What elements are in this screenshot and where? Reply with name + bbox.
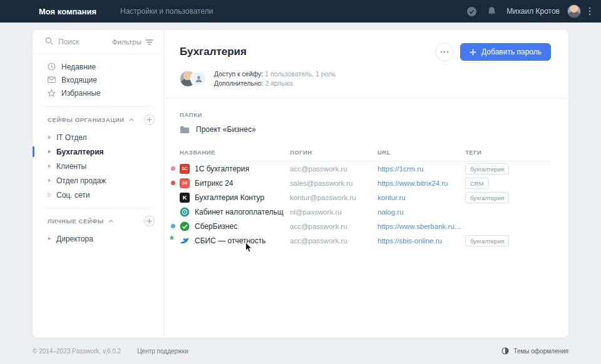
triangle-right-icon [48, 149, 51, 154]
tag-pill: бухгалтерия [465, 192, 509, 203]
access-summary: Доступ к сейфу: 1 пользователь, 1 роль Д… [214, 69, 336, 88]
passwords-table: НАЗВАНИЕ ЛОГИН URL ТЕГИ 1С 1С бухгалтери… [180, 149, 551, 248]
password-login: kontur@passwork.ru [290, 194, 378, 201]
password-name: Битрикс 24 [195, 179, 234, 188]
safe-item-accounting[interactable]: Бухгалтерия [33, 144, 163, 159]
menu-label: Входящие [61, 76, 97, 84]
add-org-safe-button[interactable] [144, 114, 155, 125]
personal-safes-tree: Директора [33, 230, 163, 246]
color-marker [171, 181, 175, 185]
company-logo[interactable]: Моя компания [39, 7, 96, 16]
sbis-bird-icon [180, 236, 190, 246]
password-name: Бухгалтерия Контур [195, 193, 264, 202]
section-title: СЕЙФЫ ОРГАНИЗАЦИИ [48, 116, 125, 123]
add-personal-safe-button[interactable] [144, 216, 155, 226]
color-marker [171, 238, 175, 243]
safe-access-row: Доступ к сейфу: 1 пользователь, 1 роль Д… [180, 69, 551, 88]
tag-pill: бухгалтерия [465, 235, 509, 246]
password-url[interactable]: https://1crm.ru [378, 165, 465, 173]
password-login: acc@passwork.ru [290, 237, 378, 245]
safe-item-sales[interactable]: Отдел продаж [33, 173, 163, 188]
folder-item[interactable]: Проект «Бизнес» [180, 125, 256, 134]
search-row: Фильтры [33, 30, 163, 54]
support-link[interactable]: Центр поддержки [137, 348, 188, 355]
password-row[interactable]: 24 Битрикс 24 sales@passwork.ru https://… [180, 176, 551, 190]
chevron-up-icon[interactable] [108, 220, 113, 223]
sidebar: Фильтры Недавние Входящие Избранные [33, 30, 164, 338]
chevron-up-icon[interactable] [129, 118, 134, 121]
search-input[interactable] [58, 38, 102, 46]
safe-label: Бухгалтерия [56, 148, 104, 156]
filters-button[interactable]: Фильтры [112, 38, 153, 46]
sidebar-item-inbox[interactable]: Входящие [33, 73, 163, 86]
users-icon[interactable] [190, 71, 207, 87]
password-url[interactable]: kontur.ru [378, 194, 465, 201]
folder-icon [180, 126, 190, 134]
access-value: 1 пользователь, 1 роль [265, 70, 336, 78]
safe-item-social[interactable]: Соц. сети [33, 188, 163, 202]
user-avatar[interactable] [567, 4, 581, 18]
triangle-right-icon [48, 135, 51, 139]
more-actions-button[interactable] [435, 43, 454, 61]
nalog-icon [180, 207, 190, 217]
password-url[interactable]: https://www.sberbank.ru… [378, 223, 465, 230]
plus-icon [470, 49, 476, 56]
folders-section: ПАПКИ Проект «Бизнес» [180, 111, 551, 134]
triangle-right-icon [48, 193, 51, 197]
bitrix24-icon: 24 [180, 178, 190, 188]
1c-icon: 1С [180, 164, 190, 174]
page-title: Бухгалтерия [180, 46, 247, 58]
password-url[interactable]: https://www.bitrix24.ru [378, 179, 465, 187]
mail-icon [48, 76, 56, 83]
access-label: Доступ к сейфу: [214, 70, 263, 78]
clock-icon [48, 63, 56, 71]
main-card: Фильтры Недавние Входящие Избранные [33, 30, 568, 338]
section-title: ЛИЧНЫЕ СЕЙФЫ [48, 218, 104, 225]
divider [164, 98, 568, 98]
passwork-app: Моя компания Настройки и пользователи Ми… [0, 0, 601, 364]
col-header-url: URL [378, 149, 465, 156]
themes-button[interactable]: Темы оформления [501, 347, 568, 355]
check-circle-icon[interactable] [466, 6, 477, 17]
nav-settings-users[interactable]: Настройки и пользователи [120, 7, 213, 16]
safe-label: Директора [56, 235, 93, 243]
sidebar-item-recent[interactable]: Недавние [33, 60, 163, 73]
safe-label: IT Отдел [56, 133, 87, 142]
org-safes-header: СЕЙФЫ ОРГАНИЗАЦИИ [33, 107, 163, 129]
safe-item-clients[interactable]: Клиенты [33, 159, 163, 173]
password-url[interactable]: https://sbis-online.ru [378, 237, 465, 245]
kebab-menu-icon[interactable] [588, 6, 591, 16]
plus-icon [146, 218, 152, 224]
topbar: Моя компания Настройки и пользователи Ми… [0, 0, 601, 23]
password-row[interactable]: СберБизнес acc@passwork.ru https://www.s… [180, 219, 551, 233]
password-name: 1С бухгалтерия [195, 164, 249, 173]
filters-label: Фильтры [112, 38, 141, 46]
password-name: Кабинет налогоплательщ… [195, 208, 284, 216]
main-header: Бухгалтерия Добавить пароль [180, 43, 551, 61]
sidebar-item-favorites[interactable]: Избранные [33, 86, 163, 99]
safe-item-directors[interactable]: Директора [33, 231, 163, 246]
personal-safes-header: ЛИЧНЫЕ СЕЙФЫ [33, 208, 163, 230]
user-name[interactable]: Михаил Кротов [506, 7, 560, 16]
password-row[interactable]: 1С 1С бухгалтерия acc@passwork.ru https:… [180, 161, 551, 176]
bell-icon[interactable] [487, 6, 496, 16]
folder-name: Проект «Бизнес» [196, 125, 256, 134]
safe-label: Отдел продаж [56, 176, 106, 185]
password-row[interactable]: K Бухгалтерия Контур kontur@passwork.ru … [180, 190, 551, 205]
add-password-button[interactable]: Добавить пароль [460, 43, 551, 61]
footer: © 2014–2023 Passwork, v.6.0.2 Центр подд… [0, 338, 601, 364]
main-panel: Бухгалтерия Добавить пароль [164, 30, 568, 338]
safe-label: Соц. сети [56, 191, 90, 200]
password-row[interactable]: СБИС — отчетность acc@passwork.ru https:… [180, 233, 551, 248]
password-url[interactable]: nalog.ru [378, 208, 465, 216]
sidebar-menu: Недавние Входящие Избранные [33, 54, 163, 101]
triangle-right-icon [48, 178, 51, 183]
password-login: acc@passwork.ru [290, 165, 378, 173]
triangle-right-icon [48, 236, 51, 241]
password-login: sales@passwork.ru [290, 179, 378, 187]
password-row[interactable]: Кабинет налогоплательщ… nl@passwork.ru n… [180, 205, 551, 219]
themes-label: Темы оформления [513, 348, 568, 355]
menu-label: Недавние [61, 63, 96, 71]
safe-item-it[interactable]: IT Отдел [33, 130, 163, 144]
password-login: nl@passwork.ru [290, 208, 378, 216]
